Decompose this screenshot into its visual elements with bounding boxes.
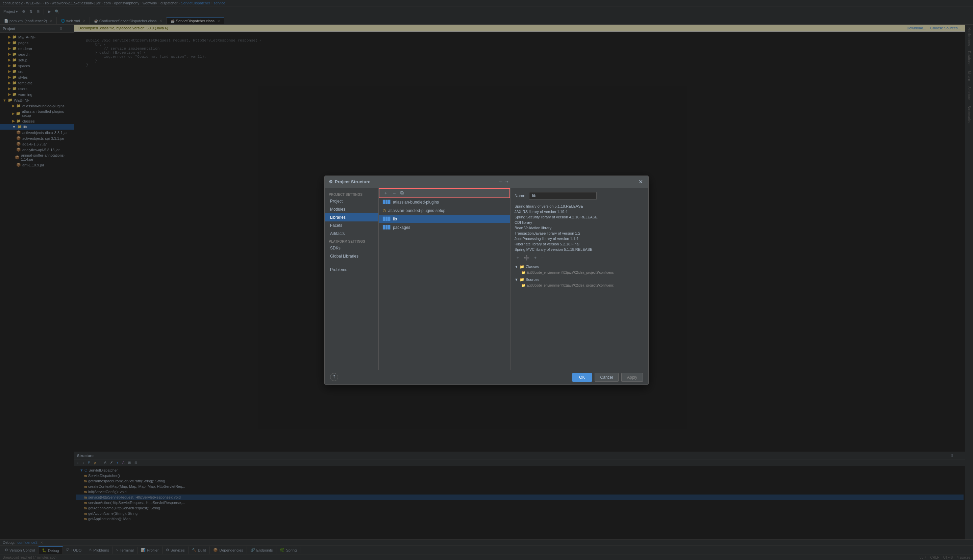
library-list-area: ＋ − ⧉ ▊▊▊ atlassian-bundled-plugins ◎ at…	[379, 188, 510, 370]
nav-modules[interactable]: Modules	[325, 205, 378, 213]
sources-section: ▼ 📁 Sources 📁 E:\03code_environment\02ja…	[515, 277, 644, 288]
lib-entry-cdi: CDI library	[515, 220, 644, 225]
nav-problems[interactable]: Problems	[325, 266, 378, 274]
nav-project[interactable]: Project	[325, 197, 378, 205]
library-item-atlassian[interactable]: ▊▊▊ atlassian-bundled-plugins	[379, 198, 510, 207]
lib-entry-bean: Bean Validation library	[515, 225, 644, 230]
remove-library-button[interactable]: −	[391, 190, 397, 196]
project-settings-section: Project Settings	[325, 191, 378, 197]
gear-icon: ⚙	[329, 179, 333, 184]
library-item-lib[interactable]: ▊▊▊ lib	[379, 215, 510, 223]
nav-back[interactable]: ←	[498, 179, 503, 184]
list-toolbar: ＋ − ⧉	[379, 188, 510, 198]
lib-entry-spring: Spring library of version 5.1.18.RELEASE	[515, 203, 644, 209]
modal-title: ⚙ Project Structure	[329, 179, 370, 184]
folder-icon: 📁	[520, 277, 524, 282]
nav-artifacts[interactable]: Artifacts	[325, 230, 378, 238]
detail-add-url-btn[interactable]: ＋	[532, 255, 538, 261]
sources-header[interactable]: ▼ 📁 Sources	[515, 277, 644, 283]
expand-icon: ▼	[515, 265, 518, 269]
cancel-button[interactable]: Cancel	[595, 373, 619, 382]
library-detail: Name: Spring library of version 5.1.18.R…	[510, 188, 648, 370]
detail-add-jar-btn[interactable]: ➕	[523, 255, 530, 261]
detail-remove-btn[interactable]: −	[540, 255, 545, 261]
classes-path: 📁 E:\03code_environment\02java\02idea_pr…	[515, 270, 644, 275]
lib-bar-icon: ▊▊▊	[383, 217, 391, 221]
lib-circle-icon: ◎	[383, 208, 386, 213]
lib-entry-transaction: TransactionJavaee library of version 1.2	[515, 230, 644, 236]
lib-bar-icon: ▊▊▊	[383, 200, 391, 204]
lib-entry-hibernate: Hibernate library of version 5.2.18.Fina…	[515, 242, 644, 247]
folder-icon-small: 📁	[521, 271, 525, 275]
sources-label: Sources	[526, 277, 539, 282]
name-row: Name:	[515, 192, 644, 200]
nav-facets[interactable]: Facets	[325, 222, 378, 230]
modal-header: ⚙ Project Structure ← → ✕	[325, 176, 648, 188]
sources-path: 📁 E:\03code_environment\02java\02idea_pr…	[515, 283, 644, 288]
ok-button[interactable]: OK	[572, 373, 592, 382]
lib-entry-spring-mvc: Spring MVC library of version 5.1.18.REL…	[515, 247, 644, 252]
detail-add-btn[interactable]: ＋	[515, 255, 521, 261]
folder-icon: 📁	[520, 265, 524, 269]
library-item-packages[interactable]: ▊▊▊ packages	[379, 223, 510, 232]
modal-footer: ? OK Cancel Apply	[325, 370, 648, 385]
project-structure-modal: ⚙ Project Structure ← → ✕ Project Settin…	[324, 175, 649, 385]
library-item-atlassian-setup[interactable]: ◎ atlassian-bundled-plugins-setup	[379, 207, 510, 215]
copy-library-button[interactable]: ⧉	[399, 190, 405, 196]
modal-body: Project Settings Project Modules Librari…	[325, 188, 648, 370]
add-library-button[interactable]: ＋	[382, 190, 390, 196]
lib-entry-json: JsonProcessing library of version 1.1.4	[515, 236, 644, 242]
platform-settings-section: Platform Settings	[325, 238, 378, 244]
nav-sdks[interactable]: SDKs	[325, 244, 378, 252]
classes-label: Classes	[526, 265, 539, 269]
name-input[interactable]	[529, 192, 597, 200]
lib-bar-icon: ▊▊▊	[383, 225, 391, 230]
library-entries: Spring library of version 5.1.18.RELEASE…	[515, 203, 644, 252]
nav-forward[interactable]: →	[505, 179, 509, 184]
lib-entry-spring-security: Spring Security library of version 4.2.1…	[515, 214, 644, 220]
apply-button[interactable]: Apply	[621, 373, 643, 382]
nav-libraries[interactable]: Libraries	[325, 213, 378, 222]
modal-close-button[interactable]: ✕	[637, 178, 644, 185]
name-label: Name:	[515, 193, 527, 198]
classes-section: ▼ 📁 Classes 📁 E:\03code_environment\02ja…	[515, 263, 644, 275]
lib-entry-jaxrs: JAX-RS library of version 1.19.4	[515, 209, 644, 214]
modal-overlay: ⚙ Project Structure ← → ✕ Project Settin…	[0, 0, 973, 560]
help-button[interactable]: ?	[330, 373, 338, 381]
classes-header[interactable]: ▼ 📁 Classes	[515, 263, 644, 270]
expand-icon: ▼	[515, 277, 518, 282]
folder-icon-small: 📁	[521, 283, 525, 287]
nav-global-libraries[interactable]: Global Libraries	[325, 252, 378, 260]
detail-toolbar: ＋ ➕ ＋ −	[515, 255, 644, 261]
modal-nav: Project Settings Project Modules Librari…	[325, 188, 379, 370]
